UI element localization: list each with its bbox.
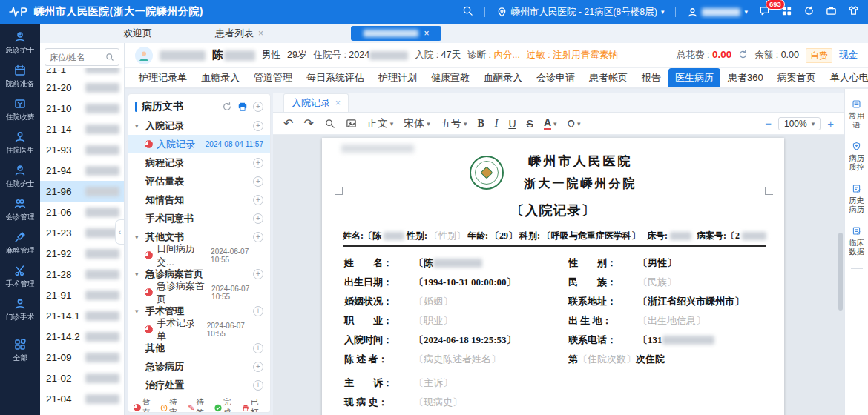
tree-group-assessment[interactable]: 评估量表 + (128, 172, 270, 190)
module-tab[interactable]: 报告 (635, 68, 668, 87)
tree-group-progress-notes[interactable]: 病程记录 + (128, 153, 270, 172)
module-tab[interactable]: 患者帐页 (582, 68, 634, 87)
redo-button[interactable]: ↷ (303, 116, 313, 130)
module-tab[interactable]: 血酮录入 (477, 68, 529, 87)
clinical-data-button[interactable]: 临床数据 (848, 226, 866, 256)
add-document-button[interactable]: + (253, 102, 263, 112)
document-page[interactable]: 嵊州市人民医院 浙大一院嵊州分院 〔入院记录〕 姓名:〔陈 性别:〔性别〕 年龄… (322, 138, 784, 415)
zoom-level-select[interactable]: 100%▾ (778, 117, 821, 130)
add-icon[interactable]: + (253, 380, 263, 391)
theme-button[interactable] (848, 5, 859, 19)
history-records-button[interactable]: 历史病历 (848, 184, 866, 213)
tab-current-patient[interactable]: × (351, 26, 441, 41)
tree-group-informed-consent[interactable]: 知情告知 + (128, 190, 270, 209)
underline-button[interactable]: U (508, 118, 516, 130)
patient-row-partial[interactable]: 21-1 (40, 68, 124, 77)
zoom-out-button[interactable]: − (765, 117, 772, 130)
sidebar-item-prehospital[interactable]: 院前准备 (4, 64, 36, 89)
patient-row[interactable]: 21-14.1 (40, 305, 124, 326)
tree-group-treatment[interactable]: 治疗处置 + (128, 376, 270, 394)
record-qc-button[interactable]: 病历质控 (848, 142, 866, 171)
tree-group-er-record[interactable]: 急诊病历 + (128, 357, 270, 376)
sidebar-item-outpatient-surgery[interactable]: 门诊手术 (4, 297, 36, 322)
collapse-panel-handle[interactable]: ‹ (115, 219, 124, 245)
module-tab-active[interactable]: 医生病历 (668, 68, 720, 87)
add-icon[interactable]: + (253, 121, 263, 131)
font-color-button[interactable]: A▾ (544, 117, 557, 130)
tree-group-surgery-consent[interactable]: 手术同意书 + (128, 209, 270, 228)
close-icon[interactable]: × (424, 28, 430, 39)
module-tab[interactable]: 护理记录单 (132, 68, 194, 87)
strikethrough-button[interactable]: S (527, 118, 533, 130)
editor-tab-admission-record[interactable]: 入院记录 × (283, 93, 349, 112)
toolbox-button[interactable] (826, 5, 837, 19)
add-icon[interactable]: + (253, 343, 263, 353)
undo-button[interactable]: ↶ (283, 116, 293, 130)
font-size-select[interactable]: 五号▾ (441, 117, 467, 130)
tree-group-admission[interactable]: ▾ 入院记录 + (128, 116, 270, 135)
patient-row[interactable]: 21-23 (40, 222, 124, 243)
patient-row[interactable]: 21-20 (40, 77, 124, 98)
messages-button[interactable]: 693 (759, 5, 770, 19)
vertical-scrollbar[interactable] (838, 233, 843, 311)
module-tab[interactable]: 会诊申请 (530, 68, 582, 87)
add-icon[interactable]: + (253, 176, 263, 187)
bold-button[interactable]: B (477, 118, 484, 130)
find-button[interactable] (324, 118, 335, 129)
bed-search-box[interactable] (45, 48, 119, 66)
patient-row[interactable]: 21-93 (40, 139, 124, 160)
bed-search-input[interactable] (50, 53, 103, 62)
add-icon[interactable]: + (253, 158, 263, 168)
tab-patient-list[interactable]: 患者列表 × (215, 27, 263, 40)
tree-doc-surgery-record[interactable]: 手术记录单 2024-06-07 10:55 (128, 320, 270, 339)
ward-location-selector[interactable]: 嵊州市人民医院 - 21病区(8号楼8层) ▾ (496, 6, 665, 19)
add-icon[interactable]: + (253, 269, 263, 279)
italic-button[interactable]: I (495, 118, 499, 130)
search-icon[interactable] (462, 5, 473, 19)
close-icon[interactable]: × (335, 98, 341, 108)
patient-row[interactable]: 21-02 (40, 368, 124, 388)
add-icon[interactable]: + (253, 306, 263, 316)
sidebar-item-consultation[interactable]: 会诊管理 (4, 197, 36, 222)
common-phrases-button[interactable]: 常用语 (848, 99, 866, 129)
print-button[interactable] (237, 102, 248, 112)
tree-doc-day-record[interactable]: 日间病历交... 2024-06-07 10:55 (128, 246, 270, 265)
patient-row[interactable]: 21-14.2 (40, 326, 124, 347)
module-tab[interactable]: 每日系统评估 (300, 68, 371, 87)
insert-image-button[interactable] (346, 118, 357, 129)
sidebar-item-surgery[interactable]: 手术管理 (4, 264, 36, 289)
add-icon[interactable]: + (253, 195, 263, 205)
sidebar-item-all-modules[interactable]: 全部 (13, 338, 28, 363)
patient-row[interactable]: 21-04 (40, 388, 124, 409)
patient-row[interactable]: 21-28 (40, 264, 124, 285)
module-tab[interactable]: 单人心电录入 (823, 68, 868, 87)
tree-doc-admission-record[interactable]: 入院记录 2024-08-04 11:57 (128, 135, 270, 153)
insert-symbol-button[interactable]: Ω▾ (568, 118, 581, 130)
pay-method-link[interactable]: 现金 (839, 49, 858, 62)
module-tab[interactable]: 管道管理 (247, 68, 299, 87)
sidebar-item-er-nurse[interactable]: 急诊护士 (4, 30, 36, 56)
patient-row-selected[interactable]: 21-96 (40, 181, 124, 202)
tree-refresh-button[interactable] (222, 102, 232, 112)
tree-doc-er-front-page[interactable]: 急诊病案首页 2024-06-07 10:55 (128, 283, 270, 302)
refresh-button[interactable] (803, 5, 815, 19)
user-menu[interactable]: ▾ (687, 7, 748, 18)
zoom-in-button[interactable]: + (827, 117, 834, 130)
font-family-select[interactable]: 宋体▾ (404, 117, 430, 130)
add-icon[interactable]: + (253, 213, 263, 224)
module-tab[interactable]: 患者360 (721, 68, 770, 87)
add-icon[interactable]: + (253, 362, 263, 372)
patient-row[interactable]: 21-94 (40, 160, 124, 181)
patient-row[interactable]: 21-92 (40, 243, 124, 264)
module-tab[interactable]: 护理计划 (372, 68, 424, 87)
patient-row[interactable]: 21-10 (40, 98, 124, 119)
sidebar-item-anesthesia[interactable]: 麻醉管理 (4, 230, 36, 256)
sidebar-item-inpatient-doctor[interactable]: 住院医生 (4, 130, 36, 156)
close-icon[interactable]: × (258, 28, 263, 39)
module-tab[interactable]: 血糖录入 (194, 68, 246, 87)
patient-row[interactable]: 21-91 (40, 285, 124, 305)
sidebar-item-inpatient-billing[interactable]: 住院收费 (4, 97, 36, 122)
sidebar-item-inpatient-nurse[interactable]: 住院护士 (4, 164, 36, 189)
module-tab[interactable]: 健康宣教 (424, 68, 476, 87)
paragraph-style-select[interactable]: 正文▾ (367, 117, 394, 130)
